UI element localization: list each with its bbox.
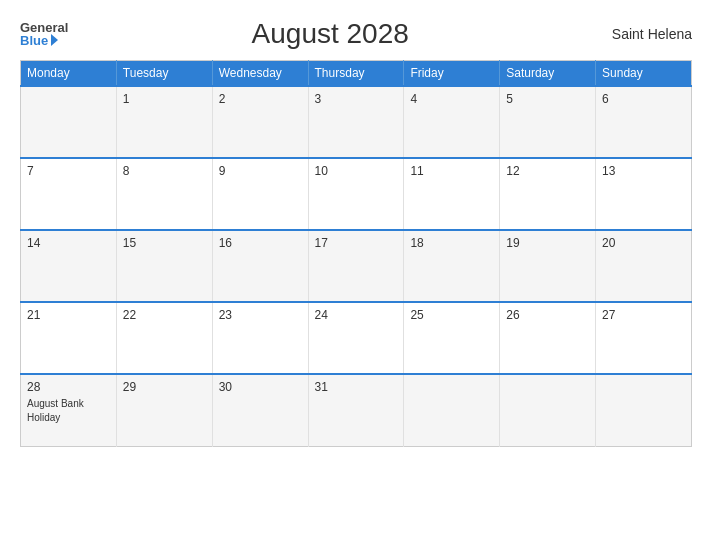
weekday-sunday: Sunday	[596, 61, 692, 87]
calendar-cell: 13	[596, 158, 692, 230]
day-number: 18	[410, 236, 493, 250]
day-number: 6	[602, 92, 685, 106]
calendar-body: 1234567891011121314151617181920212223242…	[21, 86, 692, 446]
calendar-cell: 6	[596, 86, 692, 158]
calendar-cell: 1	[116, 86, 212, 158]
header: General Blue August 2028 Saint Helena	[20, 18, 692, 50]
day-number: 19	[506, 236, 589, 250]
calendar-cell: 30	[212, 374, 308, 446]
day-number: 7	[27, 164, 110, 178]
day-number: 28	[27, 380, 110, 394]
calendar-cell: 22	[116, 302, 212, 374]
calendar-week-row: 28August Bank Holiday293031	[21, 374, 692, 446]
day-number: 10	[315, 164, 398, 178]
calendar-cell: 23	[212, 302, 308, 374]
logo: General Blue	[20, 21, 68, 47]
calendar-cell: 10	[308, 158, 404, 230]
weekday-monday: Monday	[21, 61, 117, 87]
day-number: 14	[27, 236, 110, 250]
day-number: 11	[410, 164, 493, 178]
location-label: Saint Helena	[592, 26, 692, 42]
calendar-page: General Blue August 2028 Saint Helena Mo…	[0, 0, 712, 550]
day-number: 26	[506, 308, 589, 322]
calendar-cell: 2	[212, 86, 308, 158]
calendar-cell: 5	[500, 86, 596, 158]
day-number: 8	[123, 164, 206, 178]
calendar-table: Monday Tuesday Wednesday Thursday Friday…	[20, 60, 692, 447]
day-number: 30	[219, 380, 302, 394]
calendar-cell: 15	[116, 230, 212, 302]
day-number: 12	[506, 164, 589, 178]
calendar-cell	[500, 374, 596, 446]
calendar-cell: 14	[21, 230, 117, 302]
calendar-event: August Bank Holiday	[27, 398, 84, 423]
weekday-wednesday: Wednesday	[212, 61, 308, 87]
day-number: 29	[123, 380, 206, 394]
weekday-friday: Friday	[404, 61, 500, 87]
day-number: 23	[219, 308, 302, 322]
weekday-saturday: Saturday	[500, 61, 596, 87]
calendar-cell: 7	[21, 158, 117, 230]
logo-triangle-icon	[51, 34, 58, 46]
calendar-cell: 27	[596, 302, 692, 374]
day-number: 5	[506, 92, 589, 106]
calendar-cell: 8	[116, 158, 212, 230]
calendar-cell: 16	[212, 230, 308, 302]
day-number: 22	[123, 308, 206, 322]
calendar-cell: 26	[500, 302, 596, 374]
day-number: 21	[27, 308, 110, 322]
calendar-cell: 3	[308, 86, 404, 158]
calendar-week-row: 123456	[21, 86, 692, 158]
calendar-cell: 25	[404, 302, 500, 374]
calendar-cell: 11	[404, 158, 500, 230]
calendar-cell: 12	[500, 158, 596, 230]
calendar-cell: 31	[308, 374, 404, 446]
calendar-cell	[404, 374, 500, 446]
weekday-thursday: Thursday	[308, 61, 404, 87]
day-number: 17	[315, 236, 398, 250]
calendar-cell: 4	[404, 86, 500, 158]
calendar-cell: 24	[308, 302, 404, 374]
calendar-cell: 29	[116, 374, 212, 446]
day-number: 13	[602, 164, 685, 178]
day-number: 3	[315, 92, 398, 106]
day-number: 31	[315, 380, 398, 394]
calendar-cell	[21, 86, 117, 158]
day-number: 1	[123, 92, 206, 106]
day-number: 2	[219, 92, 302, 106]
calendar-title: August 2028	[68, 18, 592, 50]
weekday-tuesday: Tuesday	[116, 61, 212, 87]
calendar-cell: 19	[500, 230, 596, 302]
day-number: 27	[602, 308, 685, 322]
calendar-cell: 28August Bank Holiday	[21, 374, 117, 446]
day-number: 16	[219, 236, 302, 250]
calendar-cell: 17	[308, 230, 404, 302]
calendar-cell: 9	[212, 158, 308, 230]
day-number: 9	[219, 164, 302, 178]
calendar-cell: 18	[404, 230, 500, 302]
day-number: 25	[410, 308, 493, 322]
calendar-cell: 21	[21, 302, 117, 374]
weekday-row: Monday Tuesday Wednesday Thursday Friday…	[21, 61, 692, 87]
day-number: 20	[602, 236, 685, 250]
calendar-week-row: 78910111213	[21, 158, 692, 230]
logo-blue-text: Blue	[20, 34, 68, 47]
calendar-cell	[596, 374, 692, 446]
calendar-week-row: 21222324252627	[21, 302, 692, 374]
day-number: 24	[315, 308, 398, 322]
calendar-cell: 20	[596, 230, 692, 302]
calendar-week-row: 14151617181920	[21, 230, 692, 302]
day-number: 4	[410, 92, 493, 106]
day-number: 15	[123, 236, 206, 250]
calendar-header: Monday Tuesday Wednesday Thursday Friday…	[21, 61, 692, 87]
